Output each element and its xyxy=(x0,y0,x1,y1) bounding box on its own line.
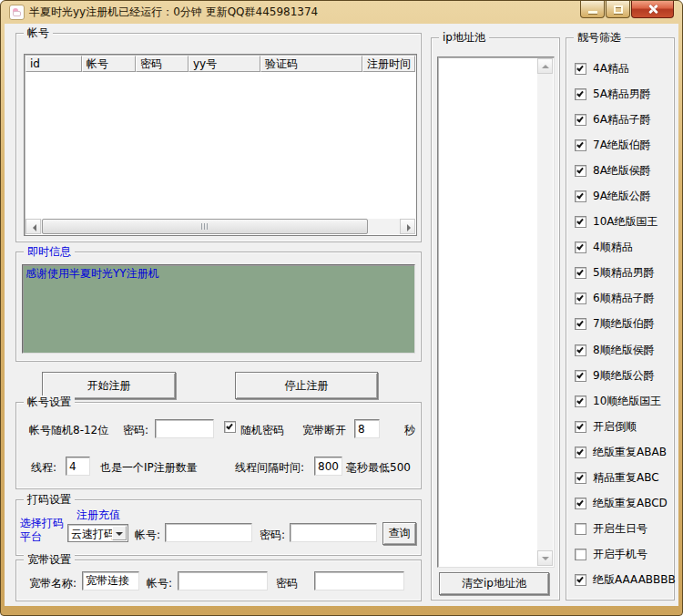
checkbox-icon[interactable] xyxy=(575,88,586,100)
vertical-scrollbar[interactable] xyxy=(537,58,553,566)
captcha-settings-group: 打码设置 注册充值 选择打码平台 云速打码 帐号: 密码: 查询 xyxy=(15,499,422,556)
info-message: 感谢使用半夏时光YY注册机 xyxy=(25,267,159,280)
filter-checkbox-row[interactable]: 4A精品 xyxy=(575,62,670,76)
captcha-account-input[interactable] xyxy=(165,523,252,542)
titlebar[interactable]: 半夏时光yy注册机已经运行：0分钟 更新QQ群445981374 xyxy=(1,1,682,24)
checkbox-icon[interactable] xyxy=(575,421,586,433)
query-button[interactable]: 查询 xyxy=(382,522,416,545)
maximize-button[interactable] xyxy=(606,1,630,18)
info-log-box[interactable]: 感谢使用半夏时光YY注册机 xyxy=(22,264,415,354)
table-header-cell[interactable]: 密码 xyxy=(136,56,189,72)
filter-checkbox-row[interactable]: 9顺绝版公爵 xyxy=(575,369,670,383)
platform-select[interactable]: 云速打码 xyxy=(67,524,128,542)
ip-pool-listbox[interactable] xyxy=(437,56,555,568)
checkbox-icon[interactable] xyxy=(575,139,586,151)
filter-checkbox-row[interactable]: 4顺精品 xyxy=(575,241,670,254)
scroll-right-icon[interactable] xyxy=(400,219,415,234)
filter-checkbox-row[interactable]: 绝版AAAABBBB xyxy=(575,573,670,587)
scrollbar-track[interactable] xyxy=(41,219,400,234)
filter-checkbox-row[interactable]: 开启手机号 xyxy=(575,548,670,561)
filter-checkbox-row[interactable]: 开启倒顺 xyxy=(575,420,670,434)
checkbox-icon[interactable] xyxy=(575,241,586,253)
thread-count-input[interactable] xyxy=(66,457,90,476)
captcha-password-input[interactable] xyxy=(290,523,377,542)
table-header-cell[interactable]: id xyxy=(25,56,82,72)
interval-label: 线程间隔时间: xyxy=(235,460,304,476)
account-table[interactable]: id 帐号 密码 yy号 验证码 注册时间 xyxy=(24,54,417,236)
filter-group: 靓号筛选 4A精品 5A精品男爵 6A精品子爵 xyxy=(566,37,675,601)
scroll-down-icon[interactable] xyxy=(537,550,553,566)
checkbox-icon[interactable] xyxy=(575,216,586,228)
filter-checkbox-row[interactable]: 7A绝版伯爵 xyxy=(575,139,670,152)
filter-checkbox-label: 8顺绝版侯爵 xyxy=(593,343,655,358)
checkbox-icon[interactable] xyxy=(575,370,586,382)
captcha-account-label: 帐号: xyxy=(135,528,160,543)
filter-checkbox-label: 4A精品 xyxy=(593,61,629,77)
ip-pool-group: ip地址池 清空ip地址池 xyxy=(431,37,560,601)
filter-checkbox-label: 开启倒顺 xyxy=(593,419,637,435)
chevron-down-icon[interactable] xyxy=(112,526,127,540)
checkbox-icon[interactable] xyxy=(575,549,586,560)
checkbox-icon[interactable] xyxy=(575,165,586,177)
close-button[interactable] xyxy=(631,1,674,18)
checkbox-icon[interactable] xyxy=(575,114,586,126)
checkbox-icon[interactable] xyxy=(575,293,586,304)
account-table-header: id 帐号 密码 yy号 验证码 注册时间 xyxy=(25,56,415,72)
seconds-label: 秒 xyxy=(404,423,415,438)
checkbox-icon[interactable] xyxy=(575,447,586,458)
table-header-cell[interactable]: yy号 xyxy=(189,56,260,72)
filter-checkbox-row[interactable]: 5顺精品男爵 xyxy=(575,266,670,280)
account-group-title: 帐号 xyxy=(24,26,53,39)
platform-label[interactable]: 选择打码平台 xyxy=(20,517,66,544)
table-header-cell[interactable]: 验证码 xyxy=(260,56,362,72)
checkbox-icon[interactable] xyxy=(575,344,586,356)
scrollbar-thumb[interactable] xyxy=(42,219,368,234)
check-icon xyxy=(576,396,584,404)
broadband-account-input[interactable] xyxy=(178,571,268,590)
scroll-left-icon[interactable] xyxy=(25,219,41,234)
clear-ip-pool-button[interactable]: 清空ip地址池 xyxy=(439,572,549,595)
checkbox-icon[interactable] xyxy=(575,318,586,330)
filter-checkbox-row[interactable]: 开启生日号 xyxy=(575,522,670,536)
checkbox-icon[interactable] xyxy=(575,395,586,407)
random-password-checkbox[interactable] xyxy=(224,421,236,433)
minimize-button[interactable] xyxy=(580,1,605,18)
filter-checkbox-row[interactable]: 9A绝版公爵 xyxy=(575,190,670,203)
filter-checkbox-row[interactable]: 10A绝版国王 xyxy=(575,215,670,229)
info-group: 即时信息 感谢使用半夏时光YY注册机 xyxy=(15,252,422,362)
filter-checkbox-row[interactable]: 5A精品男爵 xyxy=(575,87,670,101)
checkbox-icon[interactable] xyxy=(575,574,586,586)
filter-checkbox-row[interactable]: 7顺绝版伯爵 xyxy=(575,317,670,331)
account-table-body[interactable] xyxy=(25,72,415,219)
checkbox-icon[interactable] xyxy=(575,523,586,535)
checkbox-icon[interactable] xyxy=(575,267,586,279)
recharge-link[interactable]: 注册充值 xyxy=(76,508,120,523)
password-input[interactable] xyxy=(155,419,214,438)
filter-checkbox-row[interactable]: 6顺精品子爵 xyxy=(575,292,670,305)
check-icon xyxy=(576,90,584,98)
disconnect-seconds-input[interactable] xyxy=(354,419,380,438)
platform-selected-value: 云速打码 xyxy=(71,527,115,542)
table-header-cell[interactable]: 注册时间 xyxy=(362,56,415,72)
filter-checkbox-row[interactable]: 8顺绝版侯爵 xyxy=(575,344,670,357)
check-icon xyxy=(576,269,584,276)
interval-input[interactable] xyxy=(314,457,342,476)
scroll-up-icon[interactable] xyxy=(537,58,553,74)
filter-checkbox-row[interactable]: 绝版重复ABCD xyxy=(575,497,670,510)
clear-ip-pool-label: 清空ip地址池 xyxy=(462,576,526,591)
checkbox-icon[interactable] xyxy=(575,472,586,484)
filter-checkbox-row[interactable]: 绝版重复ABAB xyxy=(575,446,670,459)
filter-checkbox-row[interactable]: 6A精品子爵 xyxy=(575,113,670,127)
checkbox-icon[interactable] xyxy=(575,190,586,202)
table-header-cell[interactable]: 帐号 xyxy=(82,56,136,72)
horizontal-scrollbar[interactable] xyxy=(25,219,415,234)
checkbox-icon[interactable] xyxy=(575,63,586,75)
filter-checkbox-row[interactable]: 8A绝版侯爵 xyxy=(575,164,670,178)
broadband-name-input[interactable] xyxy=(82,571,139,590)
broadband-password-input[interactable] xyxy=(314,571,404,590)
checkbox-icon[interactable] xyxy=(575,498,586,509)
close-icon xyxy=(647,4,658,15)
stop-register-button[interactable]: 停止注册 xyxy=(235,372,378,399)
filter-checkbox-row[interactable]: 精品重复ABC xyxy=(575,471,670,485)
filter-checkbox-row[interactable]: 10顺绝版国王 xyxy=(575,395,670,408)
